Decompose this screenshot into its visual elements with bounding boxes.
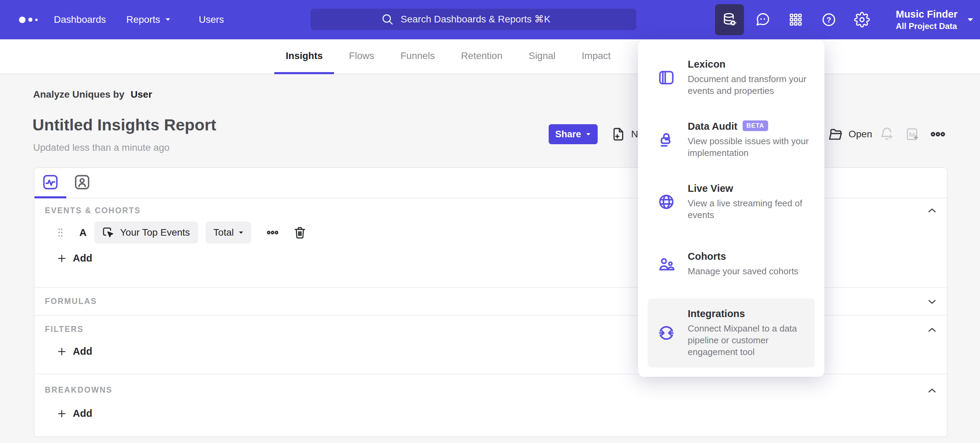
aggregation-value: Total: [213, 227, 234, 238]
global-search-bar[interactable]: [310, 9, 636, 30]
settings-button[interactable]: [848, 4, 877, 35]
add-label: Add: [73, 252, 92, 264]
globe-icon: [657, 193, 675, 211]
tab-funnels[interactable]: Funnels: [389, 39, 446, 74]
nav-users-label: Users: [199, 14, 224, 25]
add-alert-button[interactable]: [879, 127, 894, 142]
menu-item-description: View a live streaming feed of events: [688, 197, 809, 221]
folder-open-icon: [827, 126, 843, 142]
lock-audit-icon: [657, 131, 675, 149]
tab-label: Funnels: [400, 50, 435, 62]
profiles-view-tab[interactable]: [66, 168, 98, 198]
chevron-down-icon: [585, 132, 591, 136]
report-actions: Share New Open: [0, 124, 980, 144]
grid-icon: [788, 12, 803, 27]
nav-dashboards-label: Dashboards: [54, 14, 106, 25]
menu-item-live-view[interactable]: Live View View a live streaming feed of …: [638, 171, 824, 233]
tab-flows[interactable]: Flows: [337, 39, 385, 74]
plus-icon: [57, 408, 67, 419]
cohorts-people-icon: [657, 255, 675, 273]
nav-reports-label: Reports: [126, 14, 160, 25]
tab-signal[interactable]: Signal: [517, 39, 567, 74]
collapse-section-button[interactable]: [926, 324, 938, 336]
mixpanel-logo-icon[interactable]: [19, 0, 38, 39]
chevron-down-icon: [967, 17, 974, 22]
event-row-more-button[interactable]: [266, 225, 280, 240]
tab-insights[interactable]: Insights: [274, 39, 334, 74]
data-management-menu: Lexicon Document and transform your even…: [638, 40, 824, 377]
add-label: Add: [73, 346, 92, 357]
delete-event-button[interactable]: [293, 225, 307, 240]
menu-item-integrations[interactable]: Integrations Connect Mixpanel to a data …: [648, 299, 815, 367]
data-management-button[interactable]: [715, 4, 744, 35]
mixpanel-app: Dashboards Reports Users: [0, 0, 980, 443]
event-name: Your Top Events: [120, 227, 190, 238]
analyze-label: Analyze Uniques by: [33, 89, 124, 100]
tab-label: Flows: [349, 50, 374, 62]
event-cursor-icon: [101, 225, 115, 240]
add-event-button[interactable]: Add: [57, 252, 92, 264]
topbar-icon-group: ?: [715, 4, 877, 35]
menu-item-title: Live View: [688, 183, 809, 194]
tab-label: Signal: [529, 50, 555, 62]
open-label: Open: [848, 129, 872, 140]
search-icon: [380, 13, 395, 26]
lexicon-book-icon: [657, 69, 675, 87]
nav-dashboards[interactable]: Dashboards: [54, 0, 106, 39]
expand-section-button[interactable]: [926, 296, 938, 308]
aggregation-selector[interactable]: Total: [206, 221, 251, 244]
add-filter-button[interactable]: Add: [57, 346, 92, 357]
nav-users[interactable]: Users: [199, 0, 224, 39]
plus-icon: [57, 346, 67, 357]
menu-item-description: Connect Mixpanel to a data pipeline or c…: [688, 322, 809, 358]
menu-item-title: Integrations: [688, 308, 809, 319]
pulse-chart-icon: [41, 173, 59, 191]
feedback-bubble-icon: [755, 12, 770, 28]
menu-item-title: Cohorts: [688, 251, 809, 262]
bell-plus-icon: [879, 127, 894, 142]
section-breakdowns: BREAKDOWNS Add: [35, 374, 947, 436]
analyze-uniques-row: Analyze Uniques by User: [33, 89, 152, 100]
menu-item-description: Document and transform your events and p…: [688, 73, 809, 97]
help-icon: ?: [821, 12, 837, 28]
open-report-button[interactable]: Open: [827, 124, 872, 144]
menu-item-data-audit[interactable]: Data Audit BETA View possible issues wit…: [638, 109, 824, 171]
collapse-section-button[interactable]: [926, 385, 938, 397]
top-navigation-bar: Dashboards Reports Users: [0, 0, 980, 39]
nav-reports[interactable]: Reports: [126, 0, 171, 39]
report-tabbar: Insights Flows Funnels Retention Signal …: [0, 39, 980, 74]
menu-item-cohorts[interactable]: Cohorts Manage your saved cohorts: [638, 233, 824, 295]
search-input[interactable]: [401, 14, 566, 25]
share-label: Share: [555, 129, 581, 140]
tab-label: Impact: [582, 50, 611, 62]
tab-retention[interactable]: Retention: [450, 39, 514, 74]
share-button[interactable]: Share: [549, 124, 598, 144]
tab-label: Retention: [461, 50, 503, 62]
project-selector[interactable]: Music Finder All Project Data: [896, 0, 974, 39]
add-to-dashboard-button[interactable]: [905, 127, 920, 142]
project-name: Music Finder: [896, 8, 958, 21]
menu-item-title: Lexicon: [688, 59, 809, 70]
plus-icon: [57, 253, 67, 264]
menu-item-title: Data Audit: [688, 121, 737, 132]
section-header: FORMULAS: [45, 297, 97, 306]
section-header: BREAKDOWNS: [45, 374, 937, 395]
analyze-entity-selector[interactable]: User: [131, 89, 152, 100]
menu-item-lexicon[interactable]: Lexicon Document and transform your even…: [638, 46, 824, 109]
events-view-tab[interactable]: [35, 168, 66, 198]
svg-text:?: ?: [826, 16, 831, 24]
more-options-button[interactable]: [930, 127, 945, 142]
collapse-section-button[interactable]: [926, 205, 938, 216]
series-letter: A: [80, 227, 87, 238]
add-breakdown-button[interactable]: Add: [57, 408, 92, 419]
drag-handle[interactable]: [57, 227, 64, 238]
gear-icon: [854, 12, 870, 28]
tab-impact[interactable]: Impact: [570, 39, 622, 74]
help-button[interactable]: ?: [815, 4, 843, 35]
feedback-button[interactable]: [748, 4, 777, 35]
apps-grid-button[interactable]: [781, 4, 810, 35]
menu-item-description: View possible issues with your implement…: [688, 135, 809, 159]
event-selector[interactable]: Your Top Events: [94, 221, 198, 244]
menu-item-description: Manage your saved cohorts: [688, 265, 809, 277]
ellipsis-icon: [930, 126, 946, 142]
